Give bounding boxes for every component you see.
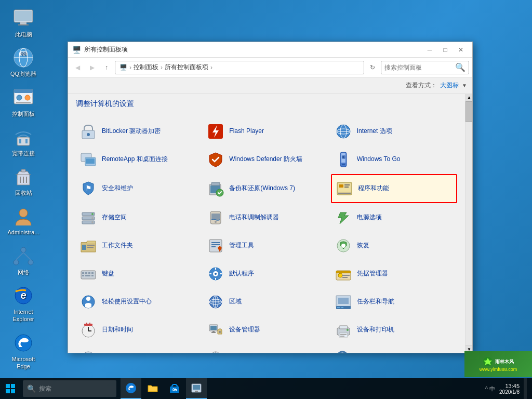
ie-label: InternetExplorer — [13, 308, 34, 323]
start-button[interactable] — [0, 378, 21, 399]
forward-button[interactable]: ▶ — [86, 61, 98, 74]
cp-item-mouse[interactable]: 鼠标 — [203, 344, 329, 353]
up-button[interactable]: ↑ — [100, 61, 113, 74]
cp-item-defender[interactable]: Windows Defender 防火墙 — [203, 146, 329, 173]
cp-item-datetime[interactable]: 日期和时间 — [76, 316, 202, 343]
taskbar-app-explorer[interactable] — [142, 378, 163, 399]
taskbar-time: 13:45 — [505, 383, 520, 389]
control-panel-icon — [13, 87, 34, 108]
cp-item-storage[interactable]: 存储空间 — [76, 204, 202, 231]
svg-rect-118 — [340, 336, 344, 337]
desktop-icon-broadband[interactable]: 宽带连接 — [5, 124, 42, 159]
cp-item-region[interactable]: 区域 — [203, 288, 329, 315]
desktop-icon-admin[interactable]: Administra... — [5, 203, 42, 238]
desktop-icon-ie[interactable]: e InternetExplorer — [5, 283, 42, 326]
recycle-icon — [13, 166, 34, 187]
cp-item-devmanager[interactable]: 设备管理器 — [203, 316, 329, 343]
search-input[interactable] — [384, 64, 455, 71]
svg-point-24 — [14, 260, 19, 265]
desktop-icon-computer[interactable]: 此电脑 — [5, 5, 42, 41]
watermark-logo — [483, 356, 493, 367]
cp-item-credentials[interactable]: 凭据管理器 — [331, 260, 457, 287]
search-icon[interactable]: 🔍 — [455, 61, 466, 74]
taskbar-search-box[interactable]: 🔍 搜索 — [23, 380, 116, 397]
backup-label: 备份和还原(Windows 7) — [229, 184, 295, 193]
taskbar-app-cp[interactable] — [186, 378, 207, 399]
svg-rect-53 — [344, 184, 350, 185]
cp-item-bitlocker[interactable]: BitLocker 驱动器加密 — [76, 118, 202, 145]
svg-rect-80 — [85, 275, 90, 276]
svg-point-22 — [19, 209, 28, 217]
workfolder-icon — [79, 236, 98, 255]
watermark-url: www.ylmf888.com — [480, 367, 517, 372]
close-button[interactable]: ✕ — [454, 43, 468, 57]
toolbar: 查看方式： 大图标 ▼ — [68, 77, 472, 94]
security-icon: ⚑ — [79, 179, 98, 198]
watermark: 雨林木风 www.ylmf888.com — [464, 351, 532, 377]
desktop-icon-edge[interactable]: MicrosoftEdge — [5, 330, 42, 373]
show-desktop-button[interactable] — [524, 378, 527, 399]
region-label: 区域 — [229, 298, 242, 306]
svg-point-88 — [338, 273, 342, 277]
cp-item-sound[interactable]: 声音 — [76, 344, 202, 353]
svg-rect-14 — [16, 102, 31, 103]
wtg-label: Windows To Go — [357, 155, 401, 164]
svg-rect-54 — [344, 187, 349, 188]
ie-icon: e — [13, 285, 34, 306]
cp-item-taskbar[interactable]: 任务栏和导航 — [331, 288, 457, 315]
cp-item-index[interactable]: 索引选项 — [331, 344, 457, 353]
scroll-thumb[interactable] — [466, 101, 472, 122]
cp-item-workfolder[interactable]: 工作文件夹 — [76, 232, 202, 259]
address-controlpanel: 控制面板 — [134, 63, 158, 72]
desktop-icon-control[interactable]: 控制面板 — [5, 85, 42, 120]
cp-item-recovery[interactable]: 恢复 — [331, 232, 457, 259]
cp-item-admintools[interactable]: 管理工具 — [203, 232, 329, 259]
cp-item-internet[interactable]: Internet 选项 — [331, 118, 457, 145]
search-box[interactable]: 🔍 — [381, 61, 469, 74]
back-button[interactable]: ◀ — [71, 61, 84, 74]
scrollbar[interactable]: ▲ ▼ — [465, 94, 472, 353]
svg-rect-65 — [82, 245, 86, 250]
ease-label: 轻松使用设置中心 — [102, 298, 152, 306]
cp-item-phone[interactable]: 电话和调制解调器 — [203, 204, 329, 231]
cp-item-default[interactable]: 默认程序 — [203, 260, 329, 287]
cp-item-backup[interactable]: 备份和还原(Windows 7) — [203, 174, 329, 203]
desktop-icon-recycle[interactable]: 回收站 — [5, 164, 42, 199]
broadband-label: 宽带连接 — [12, 150, 35, 157]
maximize-button[interactable]: □ — [438, 43, 453, 57]
scroll-up-button[interactable]: ▲ — [466, 94, 472, 101]
address-path[interactable]: 🖥️ › 控制面板 › 所有控制面板项 › — [115, 61, 364, 74]
cp-item-keyboard[interactable]: 键盘 — [76, 260, 202, 287]
computer-icon — [13, 8, 34, 29]
storage-icon — [79, 208, 98, 227]
desktop-icon-network[interactable]: 网络 — [5, 243, 42, 278]
svg-point-32 — [87, 133, 90, 136]
cp-item-power[interactable]: 电源选项 — [331, 204, 457, 231]
cp-item-programs[interactable]: 程序和功能 — [331, 174, 457, 203]
cp-item-printers[interactable]: 设备和打印机 — [331, 316, 457, 343]
window-title: 所有控制面板项 — [84, 45, 422, 54]
view-label: 查看方式： — [406, 81, 437, 90]
refresh-button[interactable]: ↻ — [366, 61, 379, 74]
svg-point-23 — [21, 247, 26, 252]
cp-item-remoteapp[interactable]: RemoteApp 和桌面连接 — [76, 146, 202, 173]
flash-label: Flash Player — [229, 127, 264, 136]
keyboard-icon — [79, 264, 98, 283]
cp-item-wtg[interactable]: ⊞ Windows To Go — [331, 146, 457, 173]
cp-item-security[interactable]: ⚑ 安全和维护 — [76, 174, 202, 203]
desktop-icon-browser[interactable]: QQ QQ浏览器 — [5, 45, 42, 80]
minimize-button[interactable]: ─ — [422, 43, 437, 57]
cp-item-ease[interactable]: 轻松使用设置中心 — [76, 288, 202, 315]
taskbar-app-edge[interactable] — [121, 378, 141, 399]
taskbar-search-placeholder: 搜索 — [39, 384, 51, 393]
computer-label: 此电脑 — [15, 31, 32, 38]
wtg-icon: ⊞ — [334, 150, 353, 169]
svg-rect-138 — [195, 391, 198, 392]
scroll-track[interactable] — [466, 101, 472, 345]
security-label: 安全和维护 — [102, 184, 133, 193]
edge-icon — [13, 332, 34, 353]
view-mode[interactable]: 大图标 — [440, 81, 459, 90]
cp-item-flash[interactable]: Flash Player — [203, 118, 329, 145]
defender-label: Windows Defender 防火墙 — [229, 155, 302, 164]
taskbar-app-store[interactable]: 🛍 — [164, 378, 185, 399]
